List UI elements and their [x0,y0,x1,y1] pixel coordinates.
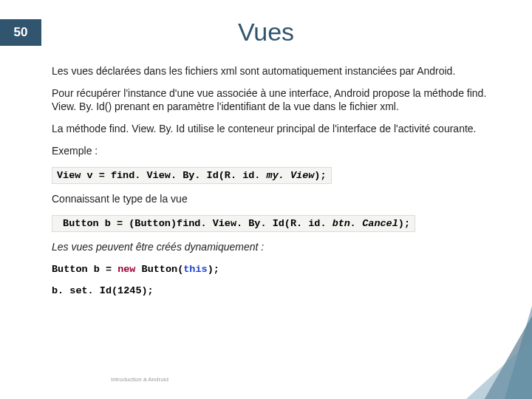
code3-pre: Button b = [52,264,117,275]
code-snippet-2: Button b = (Button)find. View. By. Id(R.… [52,215,415,232]
paragraph-1: Les vues déclarées dans les fichiers xml… [52,65,502,78]
code-snippet-3: Button b = new Button(this); [52,263,502,276]
code1-ital: my. View [267,170,315,181]
code2-ital: btn. Cancel [332,218,398,229]
slide-title: Vues [0,18,532,47]
paragraph-3: La méthode find. View. By. Id utilise le… [52,123,502,136]
code3-new: new [117,264,135,275]
code1-pre: View v = find. View. By. Id(R. id. [57,170,267,181]
code3-mid: Button( [135,264,183,275]
code3-post: ); [208,264,219,275]
code2-pre: Button b = (Button)find. View. By. Id(R.… [57,218,332,229]
code1-post: ); [314,170,326,181]
code-snippet-1: View v = find. View. By. Id(R. id. my. V… [52,167,332,184]
dynamic-views-label: Les vues peuvent être créés dynamiquemen… [52,241,502,254]
example-label: Exemple : [52,145,502,158]
paragraph-2: Pour récupérer l'instance d'une vue asso… [52,87,502,114]
code-snippet-4: b. set. Id(1245); [52,284,502,297]
code3-this: this [183,264,207,275]
footer-text: Introduction à Android [111,376,168,383]
slide-content: Les vues déclarées dans les fichiers xml… [52,65,502,306]
knowing-type-label: Connaissant le type de la vue [52,193,502,206]
code2-post: ); [398,218,410,229]
